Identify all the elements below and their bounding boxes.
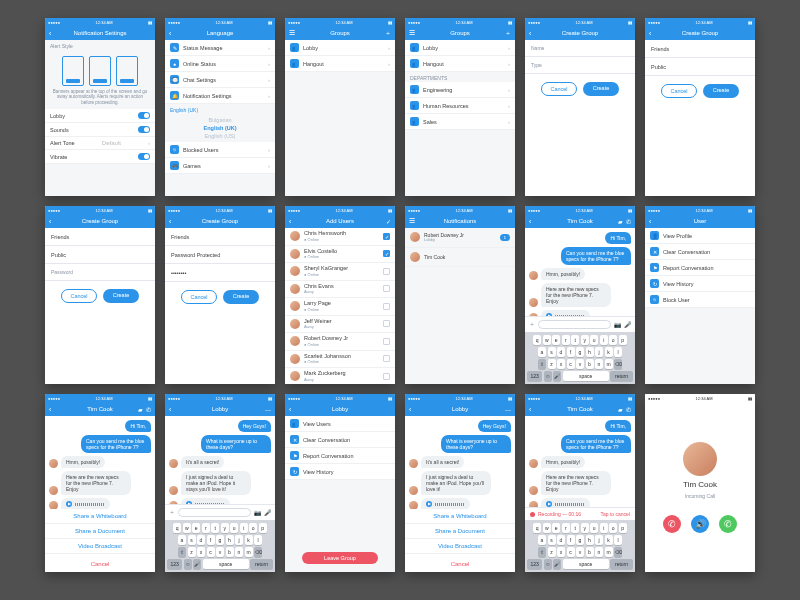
- user-row[interactable]: Scarlett Johansson● Online: [285, 351, 395, 369]
- key[interactable]: e: [552, 523, 560, 533]
- key[interactable]: s: [188, 535, 196, 545]
- user-row[interactable]: Chris EvansAway: [285, 281, 395, 299]
- key-return[interactable]: return: [610, 559, 633, 569]
- back-icon[interactable]: ‹: [289, 406, 291, 413]
- mic-icon[interactable]: 🎤: [264, 509, 271, 516]
- phone-icon[interactable]: ✆: [626, 406, 631, 413]
- key[interactable]: q: [173, 523, 181, 533]
- name-input[interactable]: Friends: [45, 228, 155, 246]
- audio-message[interactable]: ▶: [541, 498, 590, 507]
- key-mic[interactable]: 🎤: [193, 559, 201, 569]
- key[interactable]: a: [538, 535, 546, 545]
- phone-icon[interactable]: ✆: [626, 218, 631, 225]
- key[interactable]: ⌫: [254, 547, 262, 557]
- user-row[interactable]: Mark ZuckerbergAway: [285, 368, 395, 384]
- row-lobby[interactable]: Lobby: [45, 109, 155, 123]
- key-return[interactable]: return: [250, 559, 273, 569]
- action-clear-conv[interactable]: ✕Clear Conversation: [645, 244, 755, 260]
- key[interactable]: v: [576, 547, 584, 557]
- key[interactable]: f: [567, 347, 575, 357]
- key[interactable]: y: [221, 523, 229, 533]
- group-hangout[interactable]: 👥Hangout›: [405, 56, 515, 72]
- key[interactable]: a: [178, 535, 186, 545]
- key[interactable]: i: [600, 523, 608, 533]
- back-icon[interactable]: ‹: [529, 30, 531, 37]
- key-123[interactable]: 123: [527, 371, 542, 381]
- key[interactable]: v: [576, 359, 584, 369]
- user-row[interactable]: Chris Hemsworth● Online✓: [285, 228, 395, 246]
- key[interactable]: j: [235, 535, 243, 545]
- key[interactable]: b: [226, 547, 234, 557]
- key[interactable]: f: [207, 535, 215, 545]
- key[interactable]: l: [614, 347, 622, 357]
- key[interactable]: ⇧: [538, 547, 546, 557]
- key[interactable]: n: [595, 547, 603, 557]
- share-whiteboard[interactable]: Share a Whiteboard: [405, 509, 515, 524]
- user-row[interactable]: Larry Page● Online: [285, 298, 395, 316]
- play-icon[interactable]: ▶: [66, 501, 72, 507]
- key[interactable]: o: [609, 335, 617, 345]
- add-icon[interactable]: ＋: [385, 29, 391, 38]
- decline-button[interactable]: ✆: [663, 515, 681, 533]
- key[interactable]: p: [619, 335, 627, 345]
- row-vibrate[interactable]: Vibrate: [45, 150, 155, 164]
- type-select[interactable]: Public: [45, 246, 155, 264]
- toggle[interactable]: [138, 126, 150, 133]
- key[interactable]: z: [548, 359, 556, 369]
- key[interactable]: r: [562, 523, 570, 533]
- menu-icon[interactable]: ☰: [289, 29, 295, 37]
- key[interactable]: r: [562, 335, 570, 345]
- back-icon[interactable]: ‹: [169, 30, 171, 37]
- menu-icon[interactable]: ☰: [409, 217, 415, 225]
- key[interactable]: m: [605, 359, 613, 369]
- row-sounds[interactable]: Sounds: [45, 123, 155, 137]
- more-icon[interactable]: ⋯: [265, 406, 271, 413]
- key[interactable]: w: [543, 335, 551, 345]
- row-online-status[interactable]: ●Online Status›: [165, 56, 275, 72]
- key[interactable]: h: [586, 347, 594, 357]
- key[interactable]: d: [557, 347, 565, 357]
- type-select[interactable]: Public: [645, 58, 755, 76]
- key[interactable]: x: [557, 359, 565, 369]
- group-hangout[interactable]: 👥Hangout›: [285, 56, 395, 72]
- key-emoji[interactable]: ☺: [184, 559, 192, 569]
- notif-item[interactable]: Robert Downey JrLobby 1: [405, 228, 515, 248]
- key[interactable]: f: [567, 535, 575, 545]
- action-clear-conv[interactable]: ✕Clear Conversation: [285, 432, 395, 448]
- key[interactable]: y: [581, 523, 589, 533]
- key[interactable]: i: [600, 335, 608, 345]
- key-space[interactable]: space: [563, 371, 609, 381]
- back-icon[interactable]: ‹: [289, 218, 291, 225]
- attach-icon[interactable]: ＋: [169, 508, 175, 517]
- key[interactable]: w: [543, 523, 551, 533]
- key[interactable]: p: [259, 523, 267, 533]
- key[interactable]: ⌫: [614, 359, 622, 369]
- checkbox[interactable]: ✓: [383, 233, 390, 240]
- check-icon[interactable]: ✓: [386, 218, 391, 225]
- group-lobby[interactable]: 👥Lobby›: [405, 40, 515, 56]
- back-icon[interactable]: ‹: [49, 218, 51, 225]
- user-row[interactable]: Elvis Costello● Online✓: [285, 246, 395, 264]
- key[interactable]: n: [235, 547, 243, 557]
- video-broadcast[interactable]: Video Broadcast: [45, 539, 155, 554]
- key[interactable]: n: [595, 359, 603, 369]
- back-icon[interactable]: ‹: [409, 406, 411, 413]
- checkbox[interactable]: [383, 355, 390, 362]
- video-icon[interactable]: ▰: [138, 406, 143, 413]
- create-button[interactable]: Create: [583, 82, 619, 96]
- row-status-message[interactable]: ✎Status Message›: [165, 40, 275, 56]
- back-icon[interactable]: ‹: [49, 30, 51, 37]
- keyboard[interactable]: qwertyuiopasdfghjkl⇧zxcvbnm⌫123☺🎤spacere…: [525, 332, 635, 384]
- row-games[interactable]: 🎮Games›: [165, 158, 275, 174]
- share-whiteboard[interactable]: Share a Whiteboard: [45, 509, 155, 524]
- key[interactable]: o: [609, 523, 617, 533]
- key[interactable]: x: [197, 547, 205, 557]
- key[interactable]: v: [216, 547, 224, 557]
- camera-icon[interactable]: 📷: [614, 321, 621, 328]
- language-picker[interactable]: Bulgarian English (UK) English (US): [165, 114, 275, 142]
- audio-message[interactable]: ▶: [61, 498, 110, 509]
- cancel-hint[interactable]: Tap to cancel: [601, 511, 630, 517]
- keyboard[interactable]: qwertyuiopasdfghjkl⇧zxcvbnm⌫123☺🎤spacere…: [525, 520, 635, 572]
- alert-banner[interactable]: [89, 56, 111, 86]
- back-icon[interactable]: ‹: [649, 218, 651, 225]
